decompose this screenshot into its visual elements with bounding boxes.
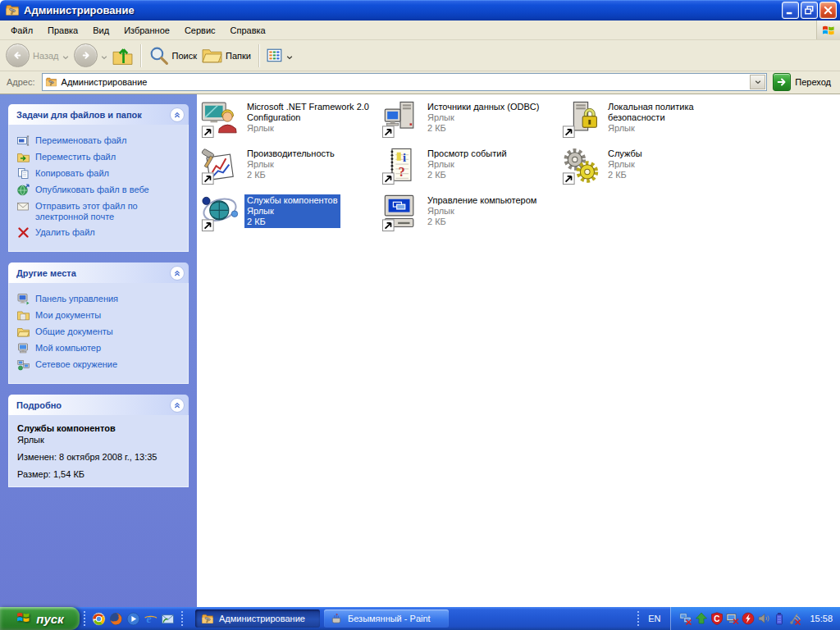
forward-button[interactable]	[71, 42, 110, 69]
file-item[interactable]: i?Просмотр событийЯрлык2 КБ	[381, 148, 562, 194]
file-item[interactable]: Службы компонентовЯрлык2 КБ	[201, 194, 381, 241]
file-list: Microsoft .NET Framework 2.0 Configurati…	[197, 94, 840, 611]
restore-button[interactable]	[801, 2, 818, 19]
file-item[interactable]: Управление компьютеромЯрлык2 КБ	[381, 194, 562, 241]
quick-launch-handle[interactable]	[83, 610, 86, 627]
chevron-up-icon[interactable]	[170, 107, 185, 122]
taskband-handle[interactable]	[180, 610, 184, 627]
chrome-icon[interactable]	[92, 612, 106, 626]
close-button[interactable]	[819, 2, 837, 19]
computer-management-icon	[381, 194, 419, 232]
battery-icon[interactable]	[773, 612, 786, 625]
file-text: Microsoft .NET Framework 2.0 Configurati…	[244, 101, 377, 135]
display-error-icon[interactable]	[726, 612, 739, 625]
back-button[interactable]: Назад	[3, 42, 71, 69]
odbc-icon	[381, 101, 419, 139]
task-pane: Задачи для файлов и папок Переименовать …	[0, 94, 197, 611]
volume-icon[interactable]	[757, 612, 770, 625]
views-dropdown-icon[interactable]	[286, 52, 293, 59]
sidebar-link[interactable]: Опубликовать файл в вебе	[17, 185, 183, 196]
file-text: Локальная политика безопасностиЯрлык	[605, 101, 738, 135]
file-name: Локальная политика безопасности	[608, 102, 736, 123]
back-dropdown-icon[interactable]	[62, 52, 69, 59]
panel-file-tasks-header[interactable]: Задачи для файлов и папок	[8, 104, 189, 125]
sidebar-link[interactable]: Переместить файл	[17, 152, 183, 163]
file-item[interactable]: Microsoft .NET Framework 2.0 Configurati…	[201, 101, 381, 148]
windows-flag-icon	[16, 610, 31, 627]
firefox-icon[interactable]	[109, 612, 123, 626]
file-item[interactable]: СлужбыЯрлык2 КБ	[562, 148, 742, 194]
sidebar-link[interactable]: Отправить этот файл по электронной почте	[17, 201, 183, 222]
sidebar-link[interactable]: Мой компьютер	[17, 343, 183, 354]
language-indicator[interactable]: EN	[643, 614, 670, 623]
panel-details-header[interactable]: Подробно	[8, 395, 189, 415]
file-type: Ярлык	[608, 159, 642, 170]
menu-item[interactable]: Вид	[85, 22, 116, 39]
taskbar-task-button[interactable]: Администрирование	[195, 609, 320, 628]
publish-icon	[17, 184, 30, 196]
file-name: Просмотр событий	[427, 148, 507, 159]
up-folder-icon	[112, 45, 133, 66]
green-utility-icon[interactable]	[695, 612, 708, 625]
file-item[interactable]: Локальная политика безопасностиЯрлык	[562, 101, 742, 148]
svg-text:C: C	[714, 614, 720, 623]
minimize-button[interactable]	[782, 2, 799, 19]
sync-error-icon[interactable]	[742, 612, 755, 625]
paint-icon	[330, 613, 343, 625]
language-bar-handle[interactable]	[637, 610, 640, 627]
comodo-shield-icon[interactable]: C	[710, 612, 724, 625]
forward-arrow-icon	[74, 43, 98, 67]
sidebar-link[interactable]: Общие документы	[17, 326, 183, 338]
file-item[interactable]: ПроизводительностьЯрлык2 КБ	[201, 148, 381, 194]
panel-other-places-header[interactable]: Другие места	[8, 262, 189, 283]
wireless-disconnected-icon[interactable]	[788, 612, 801, 625]
menu-item[interactable]: Избранное	[116, 22, 177, 39]
services-icon	[562, 148, 600, 185]
forward-dropdown-icon[interactable]	[101, 52, 107, 59]
internet-explorer-icon[interactable]: e	[144, 612, 158, 626]
rename-icon	[17, 135, 30, 147]
network-disconnected-icon[interactable]	[679, 612, 692, 625]
sidebar-link-label: Сетевое окружение	[35, 359, 117, 370]
chevron-up-icon[interactable]	[170, 398, 185, 413]
sidebar-link[interactable]: Панель управления	[17, 294, 183, 305]
sidebar-link[interactable]: Сетевое окружение	[17, 359, 183, 371]
menu-item[interactable]: Сервис	[177, 22, 223, 39]
local-security-icon	[562, 101, 600, 139]
folders-button[interactable]: Папки	[199, 43, 253, 67]
views-button[interactable]	[264, 46, 295, 66]
menu-item[interactable]: Правка	[40, 22, 85, 39]
start-button[interactable]: пуск	[0, 607, 80, 630]
taskbar: пуск e АдминистрированиеБезымянный - Pai…	[0, 607, 840, 630]
file-type: Ярлык	[247, 123, 375, 134]
file-name: Источники данных (ODBC)	[427, 102, 539, 112]
search-button[interactable]: Поиск	[146, 43, 199, 67]
taskbar-task-button[interactable]: Безымянный - Paint	[324, 609, 449, 628]
file-name: Microsoft .NET Framework 2.0 Configurati…	[247, 102, 375, 123]
go-button[interactable]	[773, 73, 791, 91]
file-text: ПроизводительностьЯрлык2 КБ	[244, 148, 337, 181]
sidebar-link[interactable]: Мои документы	[17, 310, 183, 322]
taskbar-clock[interactable]: 15:58	[810, 614, 833, 623]
menu-item[interactable]: Файл	[3, 22, 40, 39]
sidebar-link[interactable]: Удалить файл	[17, 227, 183, 239]
sidebar-link-label: Мои документы	[35, 310, 101, 321]
start-label: пуск	[36, 612, 63, 626]
media-player-icon[interactable]	[126, 612, 140, 626]
up-button[interactable]	[110, 43, 135, 67]
folders-icon	[202, 45, 222, 66]
folders-label: Папки	[226, 51, 251, 61]
go-label[interactable]: Переход	[795, 77, 831, 87]
outlook-express-icon[interactable]	[161, 612, 175, 626]
email-icon	[17, 200, 30, 212]
sidebar-link[interactable]: Копировать файл	[17, 168, 183, 180]
file-item[interactable]: Источники данных (ODBC)Ярлык2 КБ	[381, 101, 562, 148]
copy-icon	[17, 167, 30, 180]
performance-icon	[201, 148, 239, 185]
file-text: Источники данных (ODBC)Ярлык2 КБ	[425, 101, 541, 135]
address-input[interactable]: Администрирование	[42, 73, 768, 91]
chevron-up-icon[interactable]	[170, 266, 185, 281]
sidebar-link[interactable]: Переименовать файл	[17, 135, 183, 147]
menu-item[interactable]: Справка	[223, 22, 273, 39]
address-dropdown-button[interactable]	[750, 75, 765, 89]
